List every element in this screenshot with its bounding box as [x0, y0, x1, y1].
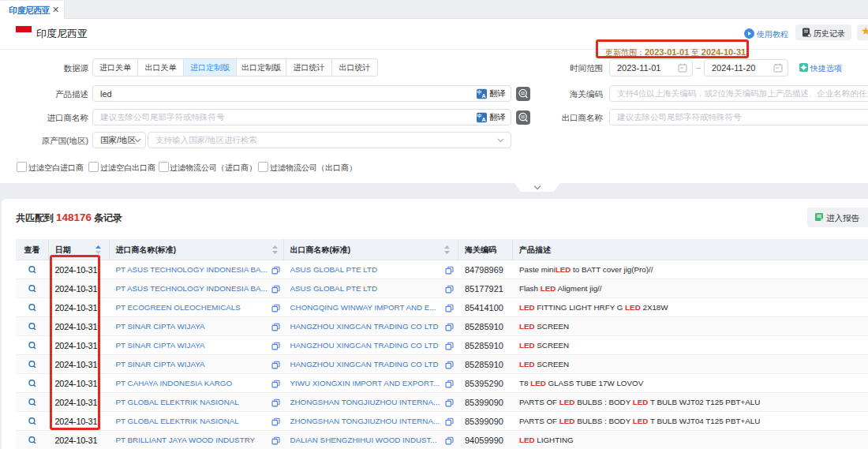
svg-text:A: A [481, 117, 485, 122]
svg-text:A: A [481, 93, 485, 99]
